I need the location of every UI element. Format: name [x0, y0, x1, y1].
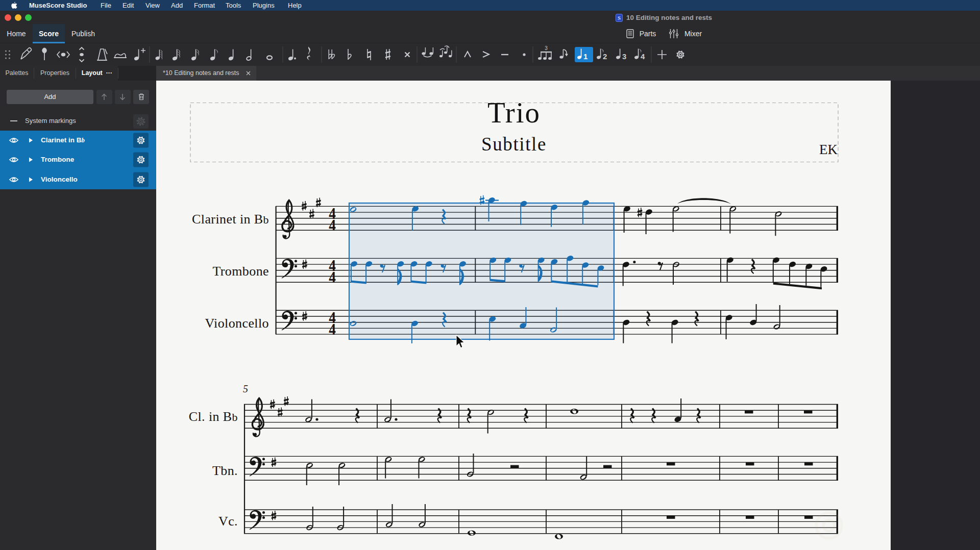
svg-text:3: 3 — [622, 52, 626, 61]
svg-text:4: 4 — [641, 52, 645, 61]
svg-text:1: 1 — [583, 52, 587, 61]
svg-text:2: 2 — [603, 52, 607, 61]
svg-text:3: 3 — [545, 45, 548, 51]
